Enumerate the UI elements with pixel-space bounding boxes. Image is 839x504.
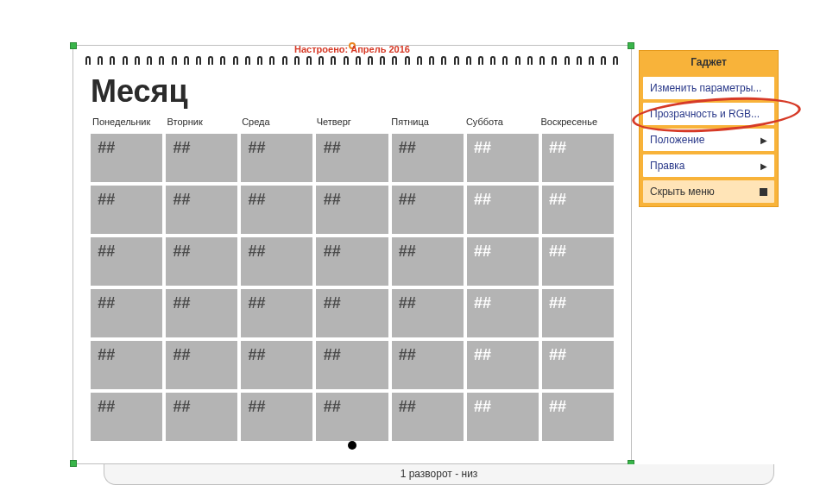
calendar-cell: ## (542, 393, 614, 441)
calendar-cell: ## (91, 186, 162, 234)
gadget-item-label: Положение (650, 134, 704, 146)
calendar-cell: ## (241, 289, 312, 337)
resize-handle-top-right[interactable] (628, 42, 634, 49)
calendar-cell: ## (467, 186, 539, 234)
calendar-cell: ## (542, 237, 614, 286)
calendar-cell: ## (392, 186, 464, 234)
calendar-cell: ## (542, 134, 614, 182)
calendar-row: ############## (91, 289, 614, 337)
calendar-cell: ## (91, 134, 162, 182)
calendar-cell: ## (392, 393, 464, 441)
gadget-item-label: Изменить параметры... (650, 82, 761, 94)
spiral-binding (82, 56, 622, 68)
calendar-cell: ## (91, 341, 162, 389)
calendar-cell: ## (241, 134, 312, 182)
calendar-cell: ## (542, 341, 614, 389)
calendar-cell: ## (241, 237, 312, 286)
weekday-label: Четверг (315, 113, 390, 130)
gadget-menu: Гаджет Изменить параметры...Прозрачность… (639, 50, 779, 207)
stop-icon (760, 188, 767, 196)
gadget-item-label: Прозрачность и RGB... (650, 108, 760, 120)
calendar-cell: ## (91, 393, 162, 441)
calendar-cell: ## (166, 186, 237, 234)
calendar-cell: ## (166, 341, 237, 389)
gadget-item-edit[interactable]: Правка▶ (643, 154, 774, 177)
gadget-item-change-params[interactable]: Изменить параметры... (643, 77, 774, 99)
calendar-cell: ## (316, 341, 388, 389)
calendar-cell: ## (392, 134, 464, 182)
calendar-row: ############## (91, 341, 614, 389)
calendar-cell: ## (166, 237, 237, 286)
weekday-label: Суббота (464, 113, 539, 130)
calendar-cell: ## (542, 186, 614, 234)
weekday-label: Воскресенье (539, 113, 614, 130)
calendar-cell: ## (91, 289, 162, 337)
calendar-cell: ## (166, 289, 237, 337)
calendar-cell: ## (392, 341, 464, 389)
calendar-page-canvas[interactable]: Настроено: Апрель 2016 Месяц Понедельник… (73, 45, 632, 464)
calendar-cell: ## (241, 341, 312, 389)
weekday-label: Понедельник (91, 113, 166, 130)
calendar-cell: ## (241, 186, 312, 234)
calendar-cell: ## (316, 237, 388, 286)
calendar-cell: ## (467, 134, 539, 182)
spread-tab[interactable]: 1 разворот - низ (104, 464, 774, 485)
chevron-right-icon: ▶ (760, 135, 767, 145)
gadget-item-hide-menu[interactable]: Скрыть меню (643, 180, 774, 203)
calendar-cell: ## (316, 289, 388, 337)
gadget-item-label: Скрыть меню (650, 186, 715, 198)
calendar-cell: ## (467, 237, 539, 286)
calendar-cell: ## (467, 289, 539, 337)
configured-label: Настроено: Апрель 2016 (294, 44, 410, 54)
gadget-menu-title: Гаджет (640, 51, 778, 73)
calendar-row: ############## (91, 134, 614, 182)
resize-handle-bottom-left[interactable] (70, 460, 77, 467)
calendar-cell: ## (467, 393, 539, 441)
gadget-item-transparency-rgb[interactable]: Прозрачность и RGB... (643, 103, 774, 125)
calendar-cell: ## (241, 393, 312, 441)
calendar-weekday-row: ПонедельникВторникСредаЧетвергПятницаСуб… (91, 113, 614, 130)
calendar-row: ############## (91, 186, 614, 234)
calendar-title: Месяц (91, 73, 614, 110)
calendar-cell: ## (392, 237, 464, 286)
calendar-cell: ## (166, 393, 237, 441)
calendar-block: Месяц ПонедельникВторникСредаЧетвергПятн… (91, 73, 614, 436)
calendar-cell: ## (91, 237, 162, 286)
chevron-right-icon: ▶ (760, 161, 767, 171)
gadget-item-label: Правка (650, 160, 685, 172)
gadget-item-position[interactable]: Положение▶ (643, 129, 774, 151)
weekday-label: Пятница (389, 113, 464, 130)
calendar-cell: ## (316, 186, 388, 234)
calendar-cell: ## (166, 134, 237, 182)
calendar-row: ############## (91, 393, 614, 441)
weekday-label: Среда (240, 113, 315, 130)
calendar-cell: ## (542, 289, 614, 337)
weekday-label: Вторник (166, 113, 241, 130)
punch-hole (348, 441, 356, 450)
calendar-cell: ## (467, 341, 539, 389)
calendar-grid: ########################################… (91, 134, 614, 441)
calendar-row: ############## (91, 237, 614, 286)
calendar-cell: ## (316, 393, 388, 441)
resize-handle-top-left[interactable] (70, 42, 77, 49)
calendar-cell: ## (392, 289, 464, 337)
calendar-cell: ## (316, 134, 388, 182)
